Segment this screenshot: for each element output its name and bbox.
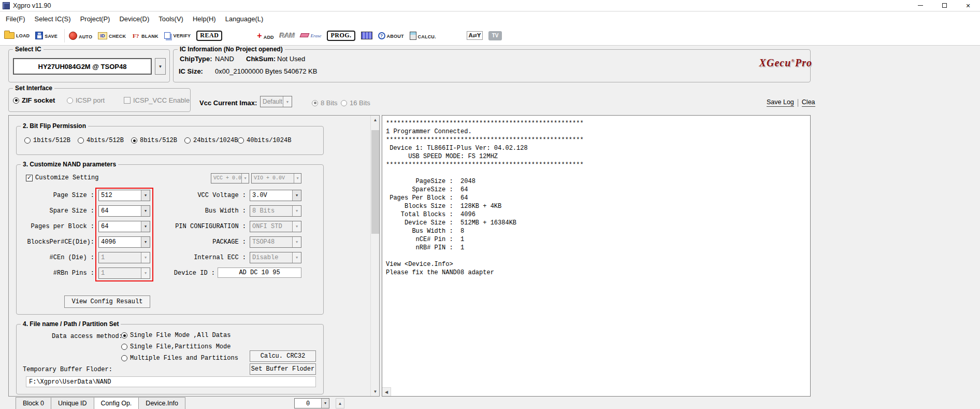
bitflip-40bits-label: 40bits/1024B bbox=[247, 137, 291, 144]
menu-project[interactable]: Project(P) bbox=[76, 13, 115, 25]
maximize-button[interactable] bbox=[932, 0, 956, 11]
selected-ic-display[interactable]: HY27UH084G2M @ TSOP48 bbox=[13, 58, 152, 75]
set-buffer-folder-button[interactable]: Set Buffer Floder bbox=[250, 363, 316, 375]
vcc-offset-value: VCC + 0.0V bbox=[211, 174, 241, 183]
zif-socket-radio[interactable]: ZIF socket bbox=[13, 96, 55, 104]
vcc-voltage-label: VCC Voltage : bbox=[141, 192, 246, 199]
check-label: CHECK bbox=[109, 34, 126, 39]
verify-label: VERIFY bbox=[174, 33, 191, 39]
erase-button[interactable]: Erase bbox=[300, 33, 321, 38]
icsp-vcc-checkbox[interactable]: ICSP_VCC Enable bbox=[124, 96, 190, 104]
xgecu-pro-logo: XGecu®Pro bbox=[740, 57, 812, 69]
about-button[interactable]: ABOUT bbox=[378, 32, 404, 39]
single-file-partitions-radio[interactable]: Single File,Partitions Mode bbox=[121, 343, 230, 350]
scroll-up-button[interactable]: ▲ bbox=[371, 116, 380, 124]
single-file-mode-radio[interactable]: Single File Mode ,All Datas bbox=[121, 332, 230, 339]
menu-language[interactable]: Language(L) bbox=[221, 13, 268, 25]
menu-select-ic[interactable]: Select IC(S) bbox=[30, 13, 76, 25]
radio-icon bbox=[24, 137, 31, 144]
bits8-radio[interactable]: 8 Bits bbox=[312, 99, 338, 107]
auto-button[interactable]: AUTO bbox=[69, 32, 92, 40]
calcu-button[interactable]: CALCU. bbox=[410, 32, 436, 40]
minimize-button[interactable] bbox=[909, 0, 932, 11]
view-config-result-button[interactable]: View Config Resault bbox=[64, 295, 150, 308]
scrollbar-thumb[interactable] bbox=[371, 130, 379, 234]
menu-help[interactable]: Help(H) bbox=[188, 13, 221, 25]
ram-button[interactable]: RAM bbox=[280, 32, 295, 39]
chip-button[interactable] bbox=[361, 32, 372, 39]
tab-config-op[interactable]: Config Op. bbox=[94, 397, 139, 409]
vio-offset-combo[interactable]: VIO + 0.0V bbox=[251, 173, 301, 184]
temp-buffer-path-value: F:\Xgpro\UserData\NAND bbox=[26, 378, 111, 386]
calc-crc32-button[interactable]: Calcu. CRC32 bbox=[250, 350, 316, 362]
bitflip-24bits-label: 24bits/1024B bbox=[193, 137, 238, 144]
logic-test-button[interactable]: TV bbox=[488, 31, 502, 40]
blank-button[interactable]: BLANK bbox=[132, 32, 158, 39]
read-button[interactable]: READ bbox=[196, 31, 222, 41]
bus-width-value: 8 Bits bbox=[250, 206, 292, 216]
window-title: Xgpro v11.90 bbox=[13, 2, 51, 9]
package-label: PACKAGE : bbox=[141, 238, 246, 246]
prog-button[interactable]: PROG. bbox=[327, 31, 355, 41]
app-icon bbox=[3, 2, 10, 9]
bitflip-40bits-radio[interactable]: 40bits/1024B bbox=[238, 137, 291, 144]
load-button[interactable]: LOAD bbox=[4, 32, 30, 39]
data-access-label: Data access method: bbox=[52, 333, 123, 340]
file-partition-legend: 4. File name / Path / Partition Set bbox=[21, 320, 121, 328]
device-id-field[interactable]: AD DC 10 95 bbox=[218, 267, 301, 278]
ic-info-legend: IC Information (No Project opened) bbox=[178, 46, 285, 53]
select-ic-dropdown-button[interactable]: ▼ bbox=[155, 58, 166, 75]
icsp-port-radio[interactable]: ICSP port bbox=[67, 96, 105, 104]
tab-device-info[interactable]: Device.Info bbox=[139, 397, 185, 409]
save-button[interactable]: SAVE bbox=[35, 32, 57, 39]
divider bbox=[798, 99, 798, 107]
set-interface-legend: Set Interface bbox=[13, 84, 54, 92]
menu-device[interactable]: Device(D) bbox=[114, 13, 154, 25]
check-button[interactable]: CHECK bbox=[98, 32, 126, 39]
bitflip-4bits-radio[interactable]: 4bits/512B bbox=[78, 137, 124, 144]
hscroll-left-button[interactable]: ◀ bbox=[382, 387, 391, 396]
menu-tools[interactable]: Tools(V) bbox=[154, 13, 188, 25]
vcc-imax-combo[interactable]: Default bbox=[260, 96, 292, 107]
pages-per-block-value: 64 bbox=[99, 221, 141, 232]
block-scroll-up-button[interactable]: ▲ bbox=[336, 398, 344, 408]
bitflip-4bits-label: 4bits/512B bbox=[87, 137, 124, 144]
bus-width-combo[interactable]: 8 Bits bbox=[250, 205, 301, 217]
customize-setting-checkbox[interactable]: Customize Setting bbox=[26, 174, 98, 181]
question-icon bbox=[378, 32, 385, 39]
package-combo[interactable]: TSOP48 bbox=[250, 236, 301, 248]
radio-icon bbox=[184, 137, 191, 144]
tab-unique-id[interactable]: Unique ID bbox=[51, 397, 94, 409]
bitflip-1bits-radio[interactable]: 1bits/512B bbox=[24, 137, 70, 144]
temp-buffer-path-field[interactable]: F:\Xgpro\UserData\NAND bbox=[26, 376, 316, 387]
block-number-combo[interactable]: 0 bbox=[294, 398, 329, 408]
scroll-down-button[interactable]: ▼ bbox=[371, 387, 380, 396]
save-log-button[interactable]: Save Log bbox=[767, 98, 794, 107]
eraser-icon bbox=[300, 33, 310, 37]
pinmap-button[interactable]: A⇄Y bbox=[467, 31, 483, 40]
dropdown-arrow-icon bbox=[321, 399, 329, 408]
vcc-offset-combo[interactable]: VCC + 0.0V bbox=[211, 173, 249, 184]
vcc-voltage-combo[interactable]: 3.0V bbox=[250, 190, 301, 201]
menu-file[interactable]: File(F) bbox=[1, 13, 30, 25]
bitflip-8bits-radio[interactable]: 8bits/512B bbox=[131, 137, 177, 144]
add-button[interactable]: ADD bbox=[257, 31, 273, 40]
tab-block0[interactable]: Block 0 bbox=[16, 397, 51, 409]
ic-size-label: IC Size: bbox=[179, 67, 203, 75]
chip-type-value: NAND bbox=[215, 55, 234, 63]
bits16-radio[interactable]: 16 Bits bbox=[341, 99, 370, 107]
radio-icon bbox=[341, 100, 347, 106]
multiple-files-radio[interactable]: Multiple Files and Partitions bbox=[121, 355, 238, 362]
ic-info-group: IC Information (No Project opened) ChipT… bbox=[173, 49, 811, 82]
pin-configuration-combo[interactable]: ONFI STD bbox=[250, 221, 301, 232]
auto-label: AUTO bbox=[79, 34, 92, 40]
internal-ecc-combo[interactable]: Disable bbox=[250, 252, 301, 263]
bitflip-24bits-radio[interactable]: 24bits/1024B bbox=[184, 137, 238, 144]
vertical-scrollbar[interactable]: ▲ ▼ bbox=[370, 116, 379, 396]
verify-button[interactable]: VERIFY bbox=[164, 32, 191, 39]
blocks-per-ce-value: 4096 bbox=[99, 237, 141, 247]
clear-log-button[interactable]: Clea bbox=[802, 98, 815, 107]
file-partition-group: 4. File name / Path / Partition Set Data… bbox=[16, 324, 324, 394]
close-button[interactable] bbox=[956, 0, 980, 11]
floppy-icon bbox=[35, 32, 43, 39]
